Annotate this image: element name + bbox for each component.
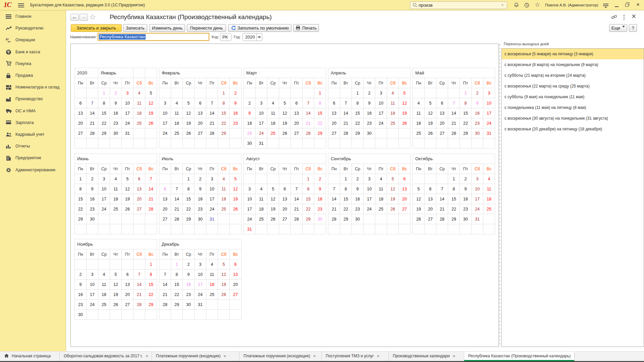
day-cell[interactable]: 5	[413, 184, 425, 194]
day-cell[interactable]: 14	[340, 108, 352, 118]
day-cell[interactable]: 21	[145, 194, 157, 204]
day-cell[interactable]: 30	[244, 138, 256, 148]
day-cell[interactable]: 17	[244, 204, 256, 214]
day-cell[interactable]: 17	[159, 118, 171, 128]
day-cell[interactable]: 23	[230, 118, 241, 128]
day-cell[interactable]: 14	[133, 280, 145, 290]
day-cell[interactable]: 5	[425, 98, 436, 108]
day-cell[interactable]: 3	[244, 184, 256, 194]
day-cell[interactable]: 20	[75, 118, 87, 128]
day-cell[interactable]: 27	[436, 128, 448, 138]
transfer-item-2[interactable]: с воскресенья (8 марта) на понедельник (…	[502, 59, 644, 70]
day-cell[interactable]: 26	[110, 300, 122, 310]
day-cell[interactable]: 2	[460, 174, 472, 184]
day-cell[interactable]: 5	[110, 269, 122, 280]
day-cell[interactable]: 1	[75, 174, 87, 184]
day-cell[interactable]: 28	[145, 204, 157, 214]
day-cell[interactable]: 14	[436, 194, 448, 204]
day-cell[interactable]: 6	[195, 98, 206, 108]
day-cell[interactable]: 20	[291, 118, 303, 128]
bottom-tab-5[interactable]: Поступления ТМЗ и услуг×	[322, 352, 389, 361]
day-cell[interactable]: 2	[195, 174, 206, 184]
day-cell[interactable]: 21	[436, 204, 448, 214]
day-cell[interactable]: 28	[448, 128, 460, 138]
day-cell[interactable]: 27	[122, 300, 133, 310]
day-cell[interactable]: 23	[352, 204, 364, 214]
day-cell[interactable]: 9	[352, 184, 364, 194]
day-cell[interactable]: 25	[483, 204, 495, 214]
day-cell[interactable]: 25	[98, 300, 110, 310]
day-cell[interactable]: 13	[436, 108, 448, 118]
day-cell[interactable]: 8	[460, 98, 472, 108]
day-cell[interactable]: 22	[303, 204, 314, 214]
day-cell[interactable]: 12	[425, 108, 436, 118]
day-cell[interactable]: 5	[218, 259, 230, 269]
day-cell[interactable]: 11	[110, 184, 122, 194]
day-cell[interactable]: 19	[110, 290, 122, 300]
day-cell[interactable]: 17	[364, 194, 375, 204]
day-cell[interactable]: 29	[98, 128, 110, 138]
day-cell[interactable]: 5	[399, 88, 411, 98]
sidebar-item-10[interactable]: Зарплата	[0, 117, 66, 129]
day-cell[interactable]: 30	[460, 214, 472, 224]
day-cell[interactable]: 21	[206, 118, 218, 128]
toolbar-button-5[interactable]: Заполнить по умолчанию	[228, 24, 291, 32]
main-menu-icon[interactable]	[18, 3, 24, 7]
day-cell[interactable]: 11	[483, 184, 495, 194]
day-cell[interactable]: 24	[375, 118, 387, 128]
day-cell[interactable]: 17	[483, 108, 495, 118]
day-cell[interactable]: 26	[230, 204, 241, 214]
day-cell[interactable]: 1	[303, 174, 314, 184]
day-cell[interactable]: 30	[75, 310, 87, 320]
day-cell[interactable]: 4	[98, 269, 110, 280]
transfer-item-3[interactable]: с субботы (21 марта) на вторник (24 март…	[502, 70, 644, 81]
sidebar-item-4[interactable]: Банк и касса	[0, 46, 66, 58]
day-cell[interactable]: 5	[230, 174, 241, 184]
day-cell[interactable]: 7	[87, 98, 98, 108]
day-cell[interactable]: 26	[122, 204, 133, 214]
day-cell[interactable]: 2	[183, 259, 195, 269]
day-cell[interactable]: 24	[159, 128, 171, 138]
day-cell[interactable]: 7	[171, 184, 183, 194]
day-cell[interactable]: 28	[340, 128, 352, 138]
day-cell[interactable]: 27	[291, 128, 303, 138]
day-cell[interactable]: 1	[314, 88, 326, 98]
day-cell[interactable]: 22	[75, 204, 87, 214]
day-cell[interactable]: 4	[387, 88, 399, 98]
day-cell[interactable]: 20	[279, 204, 291, 214]
forward-button[interactable]: →	[79, 14, 88, 21]
form-close-icon[interactable]: ✕	[631, 13, 636, 20]
minimize-icon[interactable]	[615, 6, 619, 7]
day-cell[interactable]: 15	[352, 108, 364, 118]
day-cell[interactable]: 18	[110, 194, 122, 204]
day-cell[interactable]: 11	[218, 184, 230, 194]
day-cell[interactable]: 15	[183, 194, 195, 204]
day-cell[interactable]: 20	[230, 280, 241, 290]
day-cell[interactable]: 17	[472, 194, 483, 204]
day-cell[interactable]: 18	[133, 108, 145, 118]
day-cell[interactable]: 12	[183, 108, 195, 118]
day-cell[interactable]: 27	[279, 214, 291, 224]
day-cell[interactable]: 27	[328, 128, 340, 138]
day-cell[interactable]: 12	[399, 98, 411, 108]
day-cell[interactable]: 7	[340, 98, 352, 108]
day-cell[interactable]: 31	[122, 128, 133, 138]
day-cell[interactable]: 19	[399, 108, 411, 118]
bottom-tab-4[interactable]: Платежные поручения (исходящие)×	[239, 352, 322, 361]
day-cell[interactable]: 30	[110, 128, 122, 138]
day-cell[interactable]: 9	[244, 108, 256, 118]
day-cell[interactable]: 2	[364, 88, 375, 98]
day-cell[interactable]: 30	[352, 214, 364, 224]
day-cell[interactable]: 6	[133, 174, 145, 184]
day-cell[interactable]: 19	[267, 204, 279, 214]
day-cell[interactable]: 17	[375, 108, 387, 118]
day-cell[interactable]: 25	[256, 214, 267, 224]
day-cell[interactable]: 20	[133, 194, 145, 204]
day-cell[interactable]: 15	[448, 194, 460, 204]
day-cell[interactable]: 14	[145, 184, 157, 194]
day-cell[interactable]: 12	[267, 194, 279, 204]
day-cell[interactable]: 4	[375, 174, 387, 184]
day-cell[interactable]: 10	[195, 269, 206, 280]
day-cell[interactable]: 15	[145, 280, 157, 290]
user-menu-icon[interactable]	[603, 3, 609, 9]
